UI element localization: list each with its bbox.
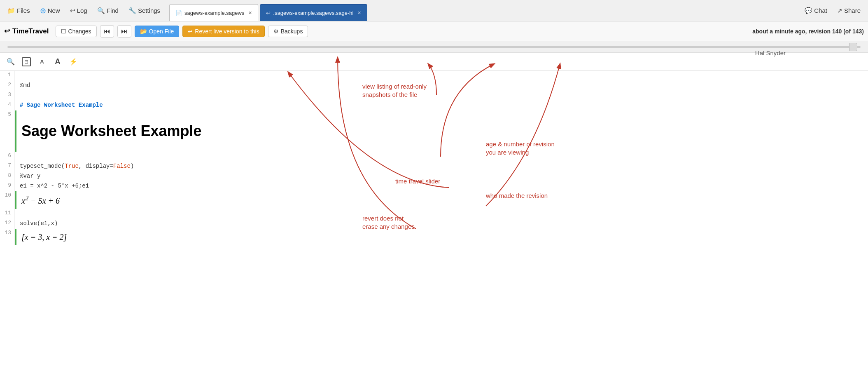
table-row: 5 Sage Worksheet Example — [0, 110, 868, 152]
revert-label: Revert live version to this — [195, 28, 259, 35]
file-icon: 📄 — [175, 10, 182, 16]
rendered-heading: Sage Worksheet Example — [16, 111, 207, 151]
timetravel-icon: ↩ — [4, 27, 10, 35]
files-icon: 📁 — [7, 7, 15, 14]
next-icon: ⏭ — [121, 28, 128, 35]
find-icon: 🔍 — [97, 7, 105, 14]
tab2-label: .sagews-example.sagews.sage-hi — [273, 10, 353, 16]
tab1-close[interactable]: ✕ — [248, 10, 252, 16]
font-small-button[interactable]: A — [35, 55, 49, 69]
wrap-button[interactable]: ⊟ — [19, 55, 34, 69]
open-file-button[interactable]: 📂 Open File — [135, 26, 180, 37]
prev-icon: ⏮ — [104, 28, 110, 35]
table-row: 11 — [0, 209, 868, 219]
revert-icon: ↩ — [188, 28, 193, 35]
table-row: 6 — [0, 152, 868, 162]
tab1-label: sagews-example.sagews — [184, 10, 244, 16]
open-file-icon: 📂 — [140, 28, 147, 35]
next-button[interactable]: ⏭ — [117, 25, 131, 38]
font-small-icon: A — [40, 59, 44, 65]
tab-history[interactable]: ↩ .sagews-example.sagews.sage-hi ✕ — [260, 4, 367, 21]
find-button[interactable]: 🔍 Find — [93, 5, 123, 16]
find-label: Find — [107, 7, 119, 14]
table-row: 2 %md — [0, 81, 868, 91]
log-button[interactable]: ↩ Log — [66, 5, 91, 16]
share-label: Share — [844, 7, 861, 14]
revision-info: about a minute ago, revision 140 (of 143… — [752, 28, 864, 35]
font-large-icon: A — [55, 57, 61, 66]
chat-label: Chat — [814, 7, 827, 14]
changes-icon: ☐ — [61, 28, 66, 35]
lightning-icon: ⚡ — [69, 58, 77, 66]
table-row: 4 # Sage Worksheet Example — [0, 101, 868, 110]
chat-button[interactable]: 💬 Chat — [800, 5, 831, 16]
new-button[interactable]: ⊕ New — [36, 5, 64, 17]
settings-label: Settings — [138, 7, 160, 14]
table-row: 10 x2 − 5x + 6 — [0, 191, 868, 209]
wrap-icon: ⊟ — [22, 57, 31, 66]
table-row: 9 e1 = x^2 - 5*x +6;e1 — [0, 181, 868, 191]
table-row: 12 solve(e1,x) — [0, 219, 868, 229]
lightning-button[interactable]: ⚡ — [66, 55, 81, 69]
prev-button[interactable]: ⏮ — [100, 25, 114, 38]
settings-button[interactable]: 🔧 Settings — [124, 5, 164, 16]
code-editor: 1 2 %md 3 4 # Sage Worksheet Example — [0, 71, 868, 377]
open-file-label: Open File — [149, 28, 174, 35]
changes-label: Changes — [68, 28, 91, 35]
table-row: 13 [x = 3, x = 2] — [0, 229, 868, 245]
settings-icon: 🔧 — [128, 7, 136, 14]
backups-icon: ⚙ — [273, 28, 279, 35]
backups-label: Backups — [281, 28, 303, 35]
table-row: 1 — [0, 71, 868, 81]
revert-button[interactable]: ↩ Revert live version to this — [182, 26, 264, 37]
changes-button[interactable]: ☐ Changes — [56, 26, 97, 37]
share-button[interactable]: ↗ Share — [833, 5, 865, 16]
timetravel-title: ↩ TimeTravel — [4, 27, 49, 35]
slider-thumb[interactable] — [849, 43, 857, 51]
files-button[interactable]: 📁 Files — [3, 5, 34, 16]
table-row: 3 — [0, 91, 868, 101]
share-icon: ↗ — [837, 7, 842, 14]
table-row: 8 %var y — [0, 171, 868, 181]
new-icon: ⊕ — [40, 6, 46, 15]
log-icon: ↩ — [70, 7, 75, 14]
files-label: Files — [17, 7, 30, 14]
search-icon: 🔍 — [7, 58, 15, 66]
tab2-close[interactable]: ✕ — [357, 10, 361, 16]
tab-sagews[interactable]: 📄 sagews-example.sagews ✕ — [169, 4, 258, 21]
history-icon: ↩ — [266, 10, 271, 16]
new-label: New — [48, 7, 60, 14]
time-travel-slider[interactable] — [7, 46, 861, 48]
table-row: 7 typeset_mode(True, display=False) — [0, 162, 868, 171]
search-button[interactable]: 🔍 — [3, 55, 18, 69]
font-large-button[interactable]: A — [50, 55, 65, 69]
chat-icon: 💬 — [805, 7, 812, 14]
log-label: Log — [77, 7, 87, 14]
backups-button[interactable]: ⚙ Backups — [268, 26, 308, 37]
